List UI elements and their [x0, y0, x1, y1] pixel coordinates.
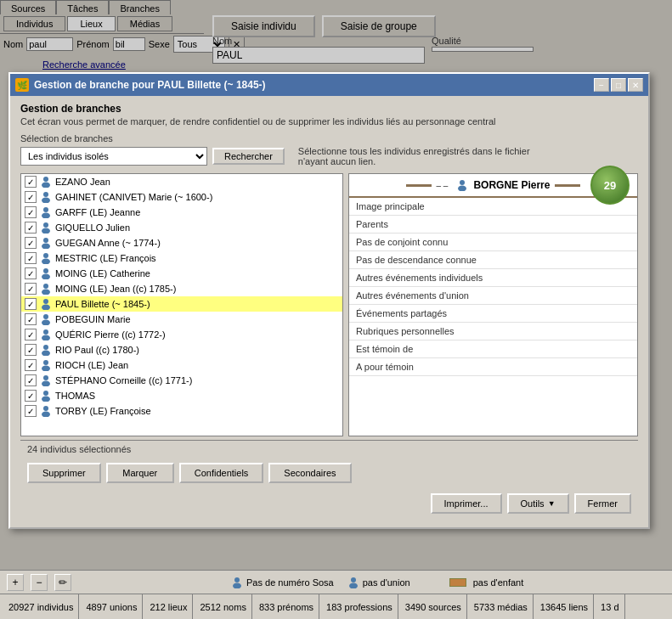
- person-checkbox[interactable]: ✓: [25, 344, 37, 356]
- list-item[interactable]: ✓ GARFF (LE) Jeanne: [21, 205, 342, 220]
- person-checkbox[interactable]: ✓: [25, 191, 37, 203]
- marquer-button[interactable]: Marquer: [106, 463, 174, 483]
- info-row: A pour témoin: [349, 358, 637, 376]
- sosa-group: Pas de numéro Sosa: [231, 577, 334, 588]
- minimize-button[interactable]: −: [594, 78, 609, 92]
- imprimer-button[interactable]: Imprimer...: [431, 493, 502, 514]
- svg-point-16: [43, 299, 48, 304]
- list-item[interactable]: ✓ MESTRIC (LE) François: [21, 250, 342, 266]
- person-name: GUEGAN Anne (~ 1774-): [55, 238, 161, 248]
- list-item[interactable]: ✓ STÉPHANO Corneille ((c) 1771-): [21, 373, 342, 388]
- list-item[interactable]: ✓ POBEGUIN Marie: [21, 312, 342, 327]
- gestion-desc: Cet écran vous permet de marquer, de ren…: [20, 116, 638, 127]
- outils-button[interactable]: Outils ▼: [507, 493, 569, 514]
- edit-button[interactable]: ✏: [54, 574, 71, 591]
- outils-label: Outils: [521, 498, 545, 509]
- modal-body: 29 Gestion de branches Cet écran vous pe…: [10, 96, 648, 527]
- enfant-label: pas d'enfant: [473, 577, 524, 588]
- maximize-button[interactable]: □: [611, 78, 626, 92]
- person-checkbox[interactable]: ✓: [25, 313, 37, 325]
- status-unions: 4897 unions: [81, 594, 143, 619]
- list-item[interactable]: ✓ GUEGAN Anne (~ 1774-): [21, 235, 342, 250]
- person-icon: [40, 298, 52, 310]
- add-button[interactable]: +: [7, 574, 24, 591]
- person-name: POBEGUIN Marie: [55, 314, 131, 324]
- svg-point-22: [43, 345, 48, 350]
- confidentiels-button[interactable]: Confidentiels: [179, 463, 264, 483]
- svg-point-35: [233, 582, 241, 588]
- list-item[interactable]: ✓ RIO Paul ((c) 1780-): [21, 342, 342, 357]
- person-checkbox[interactable]: ✓: [25, 206, 37, 218]
- svg-point-28: [43, 391, 48, 396]
- union-group: pas d'union: [347, 577, 410, 588]
- svg-point-25: [42, 366, 50, 372]
- svg-point-11: [42, 259, 50, 265]
- list-item[interactable]: ✓ MOING (LE) Jean ((c) 1785-): [21, 281, 342, 296]
- union-icon: [347, 577, 359, 588]
- app-statusbar: 20927 individus 4897 unions 212 lieux 25…: [0, 594, 672, 619]
- person-checkbox[interactable]: ✓: [25, 390, 37, 402]
- svg-point-21: [42, 335, 50, 341]
- svg-point-33: [458, 186, 466, 192]
- person-icon: [40, 176, 52, 188]
- supprimer-button[interactable]: Supprimer: [27, 463, 101, 483]
- sosa-info: Pas de numéro Sosa pas d'union pas d'enf…: [231, 577, 523, 588]
- person-name: THOMAS: [55, 391, 95, 401]
- person-icon: [40, 359, 52, 371]
- person-checkbox[interactable]: ✓: [25, 298, 37, 310]
- status-liens: 13645 liens: [535, 594, 594, 619]
- person-name: MOING (LE) Jean ((c) 1785-): [55, 284, 176, 294]
- person-checkbox[interactable]: ✓: [25, 359, 37, 371]
- svg-point-14: [43, 284, 48, 289]
- person-name: GAHINET (CANIVET) Marie (~ 1600-): [55, 192, 212, 202]
- person-checkbox[interactable]: ✓: [25, 267, 37, 279]
- person-icon-header: [456, 179, 468, 191]
- list-item[interactable]: ✓ TORBY (LE) Françoise: [21, 403, 342, 419]
- close-button[interactable]: ✕: [628, 78, 643, 92]
- person-icon: [40, 313, 52, 325]
- person-checkbox[interactable]: ✓: [25, 252, 37, 264]
- person-name: EZANO Jean: [55, 177, 110, 187]
- modal-dialog: 🌿 Gestion de branche pour PAUL Billette …: [8, 72, 650, 529]
- person-name: PAUL Billette (~ 1845-): [55, 299, 150, 309]
- svg-point-31: [42, 412, 50, 418]
- svg-point-27: [42, 381, 50, 387]
- status-extra: 13 d: [596, 594, 624, 619]
- branches-dropdown[interactable]: Les individus isolés: [20, 147, 207, 166]
- person-icon: [40, 191, 52, 203]
- svg-point-29: [42, 397, 50, 402]
- person-checkbox[interactable]: ✓: [25, 374, 37, 386]
- person-checkbox[interactable]: ✓: [25, 405, 37, 417]
- list-item[interactable]: ✓ MOING (LE) Catherine: [21, 266, 342, 281]
- info-row: Événements partagés: [349, 305, 637, 323]
- persons-list[interactable]: ✓ EZANO Jean✓ GAHINET (CANIVET) Marie (~…: [20, 173, 343, 436]
- person-icon: [40, 283, 52, 295]
- svg-point-34: [234, 577, 240, 582]
- list-item[interactable]: ✓ EZANO Jean: [21, 174, 342, 189]
- remove-button[interactable]: −: [31, 574, 48, 591]
- fermer-button[interactable]: Fermer: [574, 493, 631, 514]
- secondaires-button[interactable]: Secondaires: [268, 463, 351, 483]
- outils-dropdown-arrow: ▼: [548, 499, 556, 508]
- person-checkbox[interactable]: ✓: [25, 283, 37, 295]
- info-row: Autres événements individuels: [349, 269, 637, 287]
- modal-bottom-row: Imprimer... Outils ▼ Fermer: [20, 488, 638, 521]
- rechercher-button[interactable]: Rechercher: [212, 148, 285, 165]
- list-item[interactable]: ✓ RIOCH (LE) Jean: [21, 357, 342, 373]
- svg-point-1: [42, 183, 50, 189]
- list-item[interactable]: ✓ THOMAS: [21, 388, 342, 403]
- svg-point-19: [42, 320, 50, 326]
- status-individus: 20927 individus: [3, 594, 79, 619]
- person-checkbox[interactable]: ✓: [25, 329, 37, 340]
- person-checkbox[interactable]: ✓: [25, 237, 37, 249]
- svg-point-6: [43, 222, 48, 228]
- person-icon: [40, 237, 52, 249]
- person-checkbox[interactable]: ✓: [25, 222, 37, 234]
- app-logo: 29: [590, 166, 630, 205]
- list-item[interactable]: ✓ GAHINET (CANIVET) Marie (~ 1600-): [21, 189, 342, 205]
- svg-point-12: [43, 268, 48, 273]
- person-checkbox[interactable]: ✓: [25, 176, 37, 188]
- list-item[interactable]: ✓ GIQUELLO Julien: [21, 220, 342, 235]
- list-item[interactable]: ✓ QUÉRIC Pierre ((c) 1772-): [21, 327, 342, 342]
- list-item[interactable]: ✓ PAUL Billette (~ 1845-): [21, 296, 342, 312]
